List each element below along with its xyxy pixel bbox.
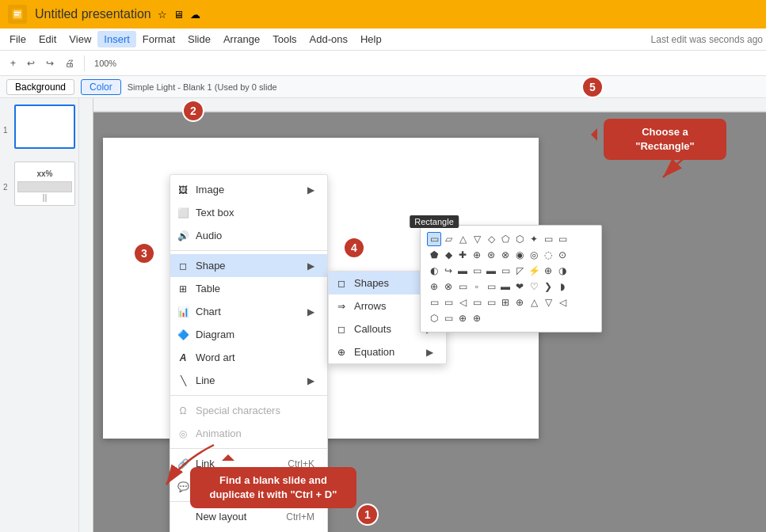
shape-heart2[interactable]: ♡	[527, 279, 541, 294]
menu-item-chart[interactable]: 📊 Chart ▶	[170, 300, 327, 323]
shape-halfcircle[interactable]: ◐	[427, 264, 441, 278]
shape-s16[interactable]: ▭	[427, 295, 441, 310]
step2-circle: 2	[182, 100, 204, 122]
shape-diamond2[interactable]: ◆	[441, 248, 455, 262]
shapes-submenu-label: Shapes	[354, 277, 389, 289]
menu-item-textbox[interactable]: ⬜ Text box	[170, 201, 327, 224]
shape-parallelogram[interactable]: ▱	[441, 232, 455, 246]
slide-thumb-2[interactable]: xx%	[14, 162, 75, 206]
toolbar-undo[interactable]: ↩	[23, 56, 39, 70]
menu-item-slide-numbers[interactable]: Slide numbers	[170, 528, 327, 532]
shape-rect3[interactable]: ▭	[555, 232, 570, 246]
shape-tri2[interactable]: △	[527, 295, 541, 310]
shape-triangle[interactable]: △	[455, 232, 470, 246]
shape-rectangle[interactable]: Rectangle ▭	[427, 232, 441, 246]
menu-help[interactable]: Help	[354, 31, 388, 48]
shape-pentagon[interactable]: ⬠	[498, 232, 513, 246]
menu-addons[interactable]: Add-ons	[303, 31, 354, 48]
shape-half2[interactable]: ◑	[555, 264, 570, 278]
menu-edit[interactable]: Edit	[32, 31, 63, 48]
slide-thumb-1[interactable]	[14, 104, 75, 149]
shape-s9[interactable]: ⊕	[541, 264, 555, 278]
shape-s14[interactable]: ▭	[484, 279, 498, 294]
shape-rect2[interactable]: ▭	[541, 232, 555, 246]
toolbar-print[interactable]: 🖨	[61, 56, 78, 70]
shape-left[interactable]: ◁	[455, 295, 470, 310]
shapes-submenu-icon: ◻	[335, 278, 348, 289]
shape-star4[interactable]: ✦	[527, 232, 541, 246]
menu-file[interactable]: File	[3, 31, 32, 48]
shape-s17[interactable]: ▭	[441, 295, 455, 310]
shape-c5[interactable]: ◎	[527, 248, 541, 262]
submenu-equation[interactable]: ⊕ Equation ▶	[329, 340, 446, 363]
menu-insert[interactable]: Insert	[97, 31, 136, 48]
doc-title[interactable]: Untitled presentation	[35, 7, 151, 21]
shape-s15[interactable]: ▬	[498, 279, 513, 294]
shape-bolt[interactable]: ⚡	[527, 264, 541, 278]
shape-half3[interactable]: ◗	[555, 279, 570, 294]
shape-rect4[interactable]: ▬	[455, 264, 470, 278]
shape-s13[interactable]: ▫	[470, 279, 484, 294]
shape-arc[interactable]: ↪	[441, 264, 455, 278]
shape-tri3[interactable]: ▽	[541, 295, 555, 310]
shape-hex2[interactable]: ⬡	[427, 311, 441, 325]
shape-s21[interactable]: ⊕	[513, 295, 527, 310]
shape-c2[interactable]: ⊛	[484, 248, 498, 262]
menu-item-line[interactable]: ╲ Line ▶	[170, 369, 327, 392]
menu-view[interactable]: View	[63, 31, 97, 48]
rect-tooltip: Rectangle	[410, 215, 459, 228]
shape-c6[interactable]: ◌	[541, 248, 555, 262]
menu-item-new-layout[interactable]: New layout Ctrl+M	[170, 505, 327, 528]
shape-rect5[interactable]: ▭	[470, 264, 484, 278]
shape-hexagon[interactable]: ⬡	[513, 232, 527, 246]
toolbar-add[interactable]: +	[6, 56, 20, 70]
shape-pentagon2[interactable]: ⬟	[427, 248, 441, 262]
callouts-label: Callouts	[354, 323, 391, 335]
toolbar-zoom[interactable]: 100%	[90, 57, 120, 70]
menu-item-wordart[interactable]: A Word art	[170, 346, 327, 369]
callouts-icon: ◻	[335, 324, 348, 335]
main-area: 1 2 xx%	[0, 98, 766, 532]
background-button[interactable]: Background	[6, 79, 74, 95]
star-icon[interactable]: ☆	[158, 9, 167, 21]
shape-c3[interactable]: ⊗	[498, 248, 513, 262]
menu-item-image[interactable]: 🖼 Image ▶	[170, 178, 327, 201]
menu-item-shape[interactable]: ◻ Shape ▶	[170, 254, 327, 277]
shape-c4[interactable]: ◉	[513, 248, 527, 262]
shape-left2[interactable]: ◁	[555, 295, 570, 310]
shape-s19[interactable]: ▭	[484, 295, 498, 310]
shape-s20[interactable]: ⊞	[498, 295, 513, 310]
shape-s11[interactable]: ⊗	[441, 279, 455, 294]
shape-diamond[interactable]: ◇	[484, 232, 498, 246]
shape-s22[interactable]: ▭	[441, 311, 455, 325]
shape-corner[interactable]: ◸	[513, 264, 527, 278]
shape-s10[interactable]: ⊕	[427, 279, 441, 294]
shape-rect6[interactable]: ▬	[484, 264, 498, 278]
shape-heart[interactable]: ❤	[513, 279, 527, 294]
shape-chevron[interactable]: ❯	[541, 279, 555, 294]
menu-item-audio[interactable]: 🔊 Audio	[170, 224, 327, 247]
menu-arrange[interactable]: Arrange	[217, 31, 266, 48]
shape-triangle-down[interactable]: ▽	[470, 232, 484, 246]
menu-format[interactable]: Format	[136, 31, 181, 48]
chart-label: Chart	[196, 306, 221, 317]
shape-circle-plus[interactable]: ⊕	[470, 248, 484, 262]
shape-rect7[interactable]: ▭	[498, 264, 513, 278]
shape-c7[interactable]: ⊙	[555, 248, 570, 262]
shape-s24[interactable]: ⊕	[470, 311, 484, 325]
shape-cross[interactable]: ✚	[455, 248, 470, 262]
color-button[interactable]: Color	[81, 79, 121, 95]
menu-tools[interactable]: Tools	[266, 31, 303, 48]
menu-item-table[interactable]: ⊞ Table	[170, 277, 327, 300]
wordart-icon: A	[177, 352, 189, 363]
equation-arrow: ▶	[426, 347, 433, 358]
shape-s23[interactable]: ⊕	[455, 311, 470, 325]
shape-s18[interactable]: ▭	[470, 295, 484, 310]
textbox-label: Text box	[196, 207, 234, 218]
shape-s12[interactable]: ▭	[455, 279, 470, 294]
textbox-icon: ⬜	[177, 207, 189, 218]
menu-item-diagram[interactable]: 🔷 Diagram	[170, 323, 327, 346]
menu-slide[interactable]: Slide	[181, 31, 217, 48]
toolbar-redo[interactable]: ↪	[42, 56, 58, 70]
animation-icon: ◎	[177, 428, 189, 439]
